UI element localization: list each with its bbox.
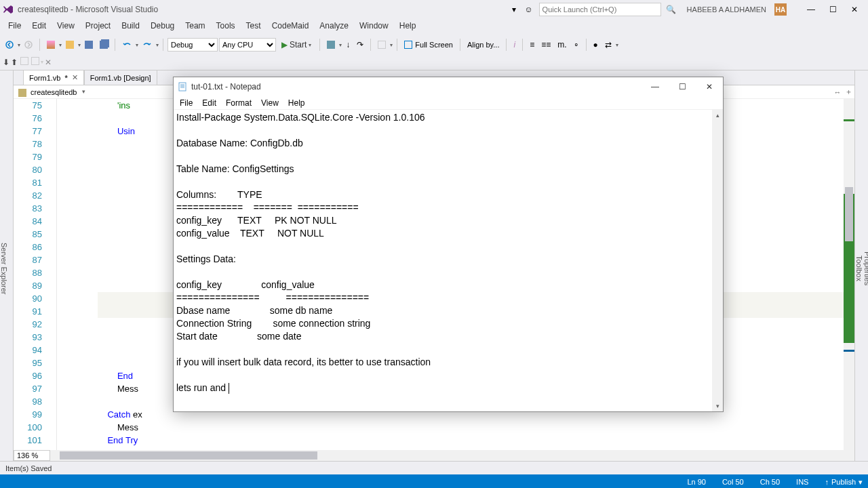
window-title: createsqlitedb - Microsoft Visual Studio [18, 5, 509, 14]
notepad-icon [178, 82, 187, 92]
scroll-thumb[interactable] [845, 187, 853, 241]
notepad-text-area[interactable]: Install-Package System.Data.SQLite.Core … [174, 110, 723, 411]
menu-analyze[interactable]: Analyze [314, 19, 354, 33]
svg-marker-0 [3, 5, 13, 14]
menu-view[interactable]: View [52, 19, 80, 33]
undo-button[interactable] [119, 39, 134, 50]
svg-point-1 [6, 41, 13, 48]
svg-rect-10 [179, 83, 186, 91]
fullscreen-button[interactable]: Full Screen [401, 39, 456, 50]
ext-icon-1[interactable]: i [511, 39, 518, 51]
menu-test[interactable]: Test [241, 19, 267, 33]
open-file-button[interactable] [63, 39, 77, 50]
process-down-icon[interactable]: ⬇ [3, 58, 9, 67]
navigate-forward-button[interactable] [22, 39, 35, 50]
browser-link-icon[interactable] [324, 39, 338, 50]
ext-icon-3[interactable]: ≡≡ [538, 39, 553, 51]
split-editor-icon[interactable]: ↔ [833, 87, 842, 97]
vs-status-bar: Ln 90 Col 50 Ch 50 INS ↑ Publish ▾ [0, 474, 868, 488]
save-all-button[interactable] [97, 39, 111, 50]
close-button[interactable]: ✕ [844, 3, 865, 16]
notifications-icon[interactable]: ▾ [509, 5, 519, 14]
ext-icon-4[interactable]: m. [555, 39, 569, 51]
output-status-bar: Item(s) Saved [0, 461, 868, 474]
status-col: Col 50 [722, 478, 744, 486]
tb2-icon-3[interactable]: ✕ [45, 58, 52, 67]
outline-margin[interactable] [47, 99, 57, 450]
menu-file[interactable]: File [3, 19, 26, 33]
notepad-menu-file[interactable]: File [175, 98, 197, 108]
notepad-title: tut-01.txt - Notepad [191, 82, 642, 92]
vertical-scrollbar[interactable] [844, 99, 854, 450]
rail-toolbox[interactable]: Toolbox [855, 76, 863, 461]
notepad-window: tut-01.txt - Notepad — ☐ ✕ FileEditForma… [173, 77, 724, 412]
menu-debug[interactable]: Debug [145, 19, 180, 33]
notepad-menu-view[interactable]: View [256, 98, 283, 108]
notepad-close-button[interactable]: ✕ [696, 79, 723, 95]
step-into-icon[interactable]: ↓ [343, 39, 353, 51]
user-avatar-badge[interactable]: HA [774, 3, 787, 16]
tab-form1-vb[interactable]: Form1.vb*✕ [23, 70, 84, 85]
tb2-icon-2[interactable] [31, 57, 39, 67]
status-line: Ln 90 [687, 478, 706, 486]
notepad-minimize-button[interactable]: — [642, 79, 669, 95]
notepad-menu-help[interactable]: Help [283, 98, 310, 108]
redo-button[interactable] [140, 39, 155, 50]
notepad-menu-edit[interactable]: Edit [197, 98, 221, 108]
feedback-icon[interactable]: ☺ [524, 5, 534, 14]
fullscreen-label: Full Screen [415, 41, 453, 49]
menu-build[interactable]: Build [116, 19, 145, 33]
ext-icon-2[interactable]: ≡ [527, 39, 537, 51]
menu-codemaid[interactable]: CodeMaid [267, 19, 315, 33]
navigate-back-button[interactable] [3, 39, 16, 50]
server-explorer-rail[interactable]: Server Explorer [0, 70, 14, 461]
ext-icon-6[interactable]: ● [591, 39, 601, 51]
menu-tools[interactable]: Tools [211, 19, 241, 33]
step-over-icon[interactable]: ↷ [354, 39, 366, 51]
menu-bar: FileEditViewProjectBuildDebugTeamToolsTe… [0, 19, 868, 35]
status-ch: Ch 50 [760, 478, 780, 486]
notepad-maximize-button[interactable]: ☐ [669, 79, 696, 95]
maximize-button[interactable]: ☐ [822, 3, 844, 16]
notepad-menu-format[interactable]: Format [221, 98, 256, 108]
new-project-button[interactable] [44, 39, 58, 50]
zoom-level[interactable]: 136 % [14, 450, 50, 461]
quick-launch-search-icon[interactable]: 🔍 [667, 5, 676, 14]
svg-point-2 [25, 41, 32, 48]
tab-form1-vb-design-[interactable]: Form1.vb [Design] [84, 70, 157, 85]
tab-close-icon[interactable]: ✕ [72, 73, 78, 82]
user-name-label: HABEEB A ALDHAMEN [687, 5, 766, 14]
nav-plus-icon[interactable]: ＋ [844, 87, 853, 97]
save-button[interactable] [82, 39, 96, 50]
solution-config-dropdown[interactable]: Debug [167, 38, 218, 52]
solution-platform-dropdown[interactable]: Any CPU [219, 38, 276, 52]
menu-edit[interactable]: Edit [26, 19, 52, 33]
notepad-scrollbar[interactable]: ▴▾ [712, 110, 723, 411]
rail-properties[interactable]: Properties [863, 76, 868, 461]
title-bar: createsqlitedb - Microsoft Visual Studio… [0, 0, 868, 19]
menu-team[interactable]: Team [180, 19, 210, 33]
vs-logo-icon [3, 4, 14, 15]
ext-icon-5[interactable]: ∘ [571, 39, 582, 51]
hscroll-thumb[interactable] [60, 451, 317, 460]
process-up-icon[interactable]: ⬆ [11, 58, 18, 67]
play-icon: ▶ [281, 40, 288, 49]
menu-project[interactable]: Project [80, 19, 116, 33]
publish-button[interactable]: ↑ Publish ▾ [825, 478, 863, 487]
refresh-icon[interactable] [375, 39, 389, 50]
alignby-button[interactable]: Align by... [465, 39, 502, 50]
start-label: Start [290, 40, 307, 49]
breadcrumb-project[interactable]: createsqlitedb [16, 87, 87, 98]
menu-window[interactable]: Window [354, 19, 394, 33]
notepad-title-bar[interactable]: tut-01.txt - Notepad — ☐ ✕ [174, 77, 723, 96]
menu-help[interactable]: Help [394, 19, 422, 33]
horizontal-scrollbar[interactable]: 136 % [14, 450, 854, 461]
start-debug-button[interactable]: ▶ Start ▾ [277, 39, 315, 51]
quick-launch-input[interactable] [539, 3, 661, 16]
notepad-menu-bar: FileEditFormatViewHelp [174, 96, 723, 110]
minimize-button[interactable]: — [800, 3, 822, 16]
main-toolbar: ▾ ▾ ▾ ▾ ▾ Debug Any CPU ▶ Start ▾ ▾ ↓ ↷ … [0, 35, 868, 54]
tb2-icon-1[interactable] [20, 57, 28, 67]
ext-icon-7[interactable]: ⇄ [602, 39, 614, 51]
publish-label: Publish [831, 478, 856, 486]
